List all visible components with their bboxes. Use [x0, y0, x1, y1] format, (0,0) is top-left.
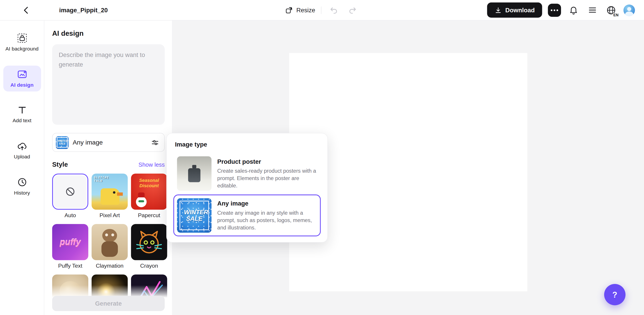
pixel-art-thumb-text: GLITCHI TALD [94, 176, 113, 183]
generate-button[interactable]: Generate [52, 296, 164, 311]
style-option-claymation[interactable]: Claymation [92, 224, 128, 269]
panel-title: AI design [52, 29, 164, 38]
image-type-value: Any image [73, 139, 147, 146]
undo-icon [329, 5, 338, 14]
option-title: Product poster [217, 158, 317, 165]
redo-button[interactable] [346, 3, 359, 17]
panel-footer: Generate [44, 285, 172, 315]
bell-icon [569, 5, 578, 15]
back-button[interactable] [20, 3, 33, 17]
style-label: Claymation [96, 263, 124, 269]
option-description: Create sales-ready product posters with … [217, 167, 317, 190]
download-button[interactable]: Download [487, 2, 542, 18]
style-thumb-claymation [92, 224, 128, 260]
papercut-thumb-text: Seasonal Discount [131, 178, 167, 188]
chevron-left-icon [22, 5, 31, 14]
ai-design-panel: AI design WINTER SALE Any image Style Sh… [44, 20, 172, 315]
style-label: Puffy Text [58, 263, 82, 269]
topbar-left: image_Pippit_20 [0, 3, 108, 17]
redo-icon [348, 5, 357, 14]
style-label: Crayon [140, 263, 158, 269]
sidebar-item-ai-design[interactable]: AI design [3, 65, 41, 92]
winter-sale-thumb-text: WINTER SALE [58, 140, 67, 145]
prohibition-icon [65, 186, 76, 197]
pixel-duck-art [100, 188, 120, 205]
style-thumb-papercut: Seasonal Discount [131, 174, 167, 210]
resize-icon [285, 6, 293, 14]
ai-background-icon [16, 33, 27, 43]
style-thumb-crayon [131, 224, 167, 260]
history-clock-icon [16, 177, 27, 187]
option-any-image[interactable]: WINTER SALE Any image Create any image i… [173, 195, 321, 236]
prompt-input[interactable] [52, 44, 164, 125]
image-type-selector[interactable]: WINTER SALE Any image [52, 133, 164, 152]
image-type-popover: Image type Product poster Create sales-r… [166, 133, 328, 242]
style-label: Pixel Art [100, 212, 120, 219]
sidebar-item-add-text[interactable]: Add text [3, 101, 41, 128]
perfume-bottle-art [188, 168, 200, 182]
resize-button[interactable]: Resize [285, 6, 315, 14]
download-icon [495, 6, 502, 14]
style-option-papercut[interactable]: Seasonal Discount Papercut [131, 174, 167, 218]
puffy-thumb-text: puffy [60, 237, 81, 247]
sidebar-label: Add text [12, 118, 31, 124]
winter-sale-thumb-text: WINTER SALE [184, 209, 204, 222]
avatar[interactable] [624, 4, 635, 16]
sidebar-label: Upload [14, 154, 30, 160]
notifications-button[interactable] [567, 3, 580, 17]
popover-title: Image type [173, 141, 321, 148]
style-section-header: Style Show less [52, 161, 164, 168]
more-options-button[interactable] [548, 3, 561, 17]
resize-label: Resize [296, 6, 315, 13]
style-label: Auto [64, 212, 76, 219]
sidebar-item-upload[interactable]: Upload [3, 137, 41, 164]
sidebar-label: AI background [5, 46, 38, 52]
ellipsis-icon [551, 9, 552, 11]
undo-button[interactable] [327, 3, 340, 17]
option-title: Any image [217, 200, 317, 207]
show-less-toggle[interactable]: Show less [138, 161, 164, 168]
product-poster-thumbnail [177, 156, 212, 191]
download-label: Download [505, 6, 535, 13]
topbar-right: Download EN [487, 2, 644, 18]
sidebar-item-history[interactable]: History [3, 173, 41, 200]
any-image-thumbnail: WINTER SALE [177, 198, 212, 233]
orders-button[interactable] [586, 3, 599, 17]
list-lines-icon [588, 5, 597, 15]
sidebar-label: History [14, 190, 30, 196]
app-window: image_Pippit_20 Resize [0, 0, 644, 315]
topbar: image_Pippit_20 Resize [0, 0, 644, 20]
clay-figure-art [102, 229, 117, 242]
globe-icon: EN [605, 3, 618, 17]
language-button[interactable]: EN [605, 3, 618, 17]
style-label: Papercut [138, 212, 160, 219]
option-description: Create any image in any style with a pro… [217, 209, 317, 232]
help-button[interactable]: ? [604, 284, 626, 306]
style-option-pixel-art[interactable]: GLITCHI TALD Pixel Art [92, 174, 128, 218]
document-title: image_Pippit_20 [59, 6, 108, 13]
sidebar-item-ai-background[interactable]: AI background [3, 29, 41, 56]
ai-design-icon [16, 69, 27, 79]
style-option-crayon[interactable]: Crayon [131, 224, 167, 269]
language-code: EN [613, 13, 619, 17]
upload-cloud-icon [16, 141, 27, 151]
image-type-thumbnail: WINTER SALE [56, 136, 69, 149]
sidebar: AI background AI design Add text Upload [0, 20, 44, 315]
topbar-center: Resize [285, 3, 359, 17]
style-option-puffy-text[interactable]: puffy Puffy Text [52, 224, 88, 269]
sliders-icon [151, 138, 160, 147]
style-thumb-auto [54, 175, 87, 208]
option-product-poster[interactable]: Product poster Create sales-ready produc… [173, 153, 321, 194]
snowman-art [136, 197, 147, 207]
crayon-cat-art [131, 224, 167, 260]
style-thumb-puffy-text: puffy [52, 224, 88, 260]
style-option-auto[interactable]: Auto [52, 174, 88, 218]
style-section-title: Style [52, 161, 68, 168]
sidebar-label: AI design [10, 82, 34, 88]
add-text-icon [16, 105, 27, 115]
style-thumb-pixel-art: GLITCHI TALD [92, 174, 128, 210]
topbar-divider [321, 6, 321, 14]
